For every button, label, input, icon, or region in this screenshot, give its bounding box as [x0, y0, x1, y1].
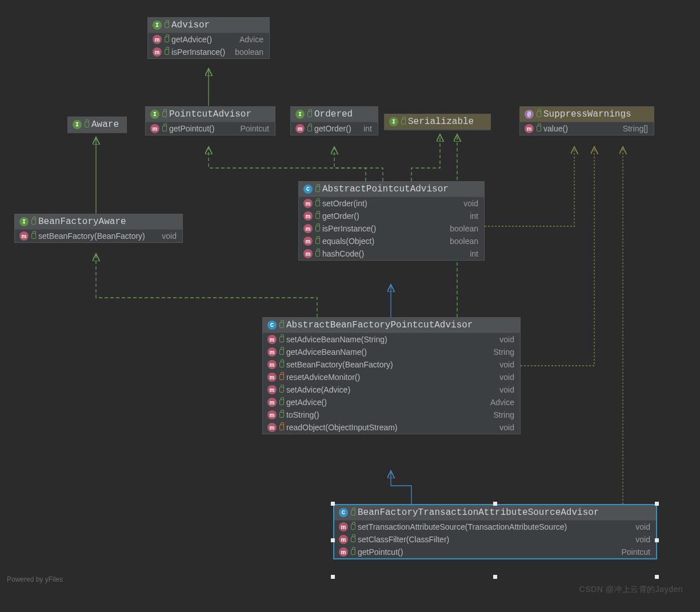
lock-icon: [315, 226, 320, 231]
method-icon: m: [295, 124, 305, 133]
class-icon: C: [339, 508, 348, 517]
member-row: mgetAdvice()Advice: [148, 33, 269, 46]
method-icon: m: [525, 124, 534, 133]
lock-icon: [351, 524, 355, 530]
class-pointcut-advisor[interactable]: I PointcutAdvisor mgetPointcut()Pointcut: [145, 106, 275, 135]
lock-icon: [315, 238, 320, 244]
lock-icon: [31, 233, 36, 239]
selection-handle[interactable]: [655, 502, 659, 506]
method-icon: m: [267, 410, 277, 419]
method-icon: m: [153, 35, 162, 44]
class-aware[interactable]: I Aware: [67, 117, 127, 133]
class-title: I Serializable: [385, 114, 490, 130]
members: mgetOrder()int: [291, 122, 378, 135]
members: msetTransactionAttributeSource(Transacti…: [334, 521, 656, 558]
lock-icon: [315, 213, 320, 219]
watermark-text: CSDN @冲上云霄的Jayden: [579, 585, 683, 595]
member-row: msetAdvice(Advice)void: [263, 383, 520, 396]
class-name: PointcutAdvisor: [169, 109, 251, 119]
members: mgetAdvice()Advice misPerInstance()boole…: [148, 33, 269, 58]
class-name: Ordered: [314, 109, 353, 119]
class-title: I PointcutAdvisor: [146, 107, 275, 122]
class-name: SuppressWarnings: [543, 109, 631, 119]
method-icon: m: [303, 199, 313, 208]
lock-icon: [279, 412, 284, 418]
selection-handle[interactable]: [493, 575, 497, 579]
method-icon: m: [19, 231, 29, 241]
lock-icon: [165, 49, 169, 55]
edge-bftasa-abfpa: [391, 471, 411, 504]
edge-apa-suppress: [485, 147, 574, 226]
selection-handle[interactable]: [655, 538, 659, 542]
class-title: I Aware: [68, 117, 126, 133]
lock-icon: [315, 201, 320, 206]
footer-text: Powered by yFiles: [7, 575, 63, 583]
class-title: I Ordered: [291, 107, 378, 122]
members: msetOrder(int)void mgetOrder()int misPer…: [299, 197, 484, 260]
method-icon: m: [267, 347, 277, 357]
member-row: mgetPointcut()Pointcut: [334, 546, 656, 558]
class-name: Serializable: [408, 117, 474, 127]
edge-apa-serializable: [411, 134, 440, 181]
class-title: I BeanFactoryAware: [15, 214, 182, 230]
edge-apa-pointcut: [209, 147, 366, 181]
members: mvalue()String[]: [520, 122, 654, 135]
lock-icon: [279, 387, 284, 393]
lock-icon: [537, 111, 541, 117]
lock-icon: [279, 337, 284, 342]
class-name: BeanFactoryTransactionAttributeSourceAdv…: [358, 507, 599, 518]
interface-icon: I: [19, 217, 29, 226]
method-icon: m: [339, 535, 348, 544]
class-serializable[interactable]: I Serializable: [384, 114, 491, 130]
method-icon: m: [303, 211, 313, 221]
interface-icon: I: [150, 110, 159, 119]
class-title: C BeanFactoryTransactionAttributeSourceA…: [334, 505, 656, 521]
lock-icon: [162, 111, 167, 117]
method-icon: m: [339, 522, 348, 531]
member-row: msetOrder(int)void: [299, 197, 484, 210]
selection-handle[interactable]: [331, 502, 335, 506]
member-row: mgetOrder()int: [291, 122, 378, 135]
lock-icon: [165, 22, 169, 28]
lock-icon: [537, 126, 541, 131]
member-row: mtoString()String: [263, 409, 520, 421]
selection-handle[interactable]: [331, 538, 335, 542]
lock-icon: [279, 349, 284, 355]
class-abstract-beanfactory-pointcut-advisor[interactable]: C AbstractBeanFactoryPointcutAdvisor mse…: [262, 317, 521, 434]
member-row: mgetAdvice()Advice: [263, 396, 520, 409]
class-abstract-pointcut-advisor[interactable]: C AbstractPointcutAdvisor msetOrder(int)…: [298, 181, 485, 261]
class-name: AbstractPointcutAdvisor: [322, 184, 449, 194]
class-title: @ SuppressWarnings: [520, 107, 654, 122]
class-ordered[interactable]: I Ordered mgetOrder()int: [290, 106, 378, 135]
class-beanfactory-aware[interactable]: I BeanFactoryAware msetBeanFactory(BeanF…: [14, 214, 183, 243]
selection-handle[interactable]: [655, 575, 659, 579]
class-advisor[interactable]: I Advisor mgetAdvice()Advice misPerInsta…: [147, 17, 270, 59]
member-row: mvalue()String[]: [520, 122, 654, 135]
class-icon: C: [267, 321, 277, 330]
lock-icon: [351, 537, 355, 542]
method-icon: m: [303, 249, 313, 258]
member-row: mresetAdviceMonitor()void: [263, 371, 520, 383]
method-icon: m: [267, 398, 277, 407]
class-title: I Advisor: [148, 18, 269, 33]
lock-icon: [401, 119, 406, 125]
member-row: msetBeanFactory(BeanFactory)void: [15, 230, 182, 242]
members: mgetPointcut()Pointcut: [146, 122, 275, 135]
method-icon: m: [267, 385, 277, 394]
lock-icon: [162, 126, 167, 131]
lock-icon: [307, 126, 312, 131]
member-row: mgetOrder()int: [299, 210, 484, 222]
lock-icon: [279, 399, 284, 405]
member-row: msetClassFilter(ClassFilter)void: [334, 533, 656, 546]
selection-handle[interactable]: [493, 502, 497, 506]
method-icon: m: [150, 124, 159, 133]
member-row: msetTransactionAttributeSource(Transacti…: [334, 521, 656, 533]
class-suppress-warnings[interactable]: @ SuppressWarnings mvalue()String[]: [519, 106, 654, 135]
interface-icon: I: [73, 120, 82, 129]
method-icon: m: [339, 547, 348, 557]
lock-icon: [315, 251, 320, 257]
method-icon: m: [153, 47, 162, 57]
interface-icon: I: [295, 110, 305, 119]
class-beanfactory-transaction-attribute-source-advisor[interactable]: C BeanFactoryTransactionAttributeSourceA…: [333, 504, 657, 559]
selection-handle[interactable]: [331, 575, 335, 579]
